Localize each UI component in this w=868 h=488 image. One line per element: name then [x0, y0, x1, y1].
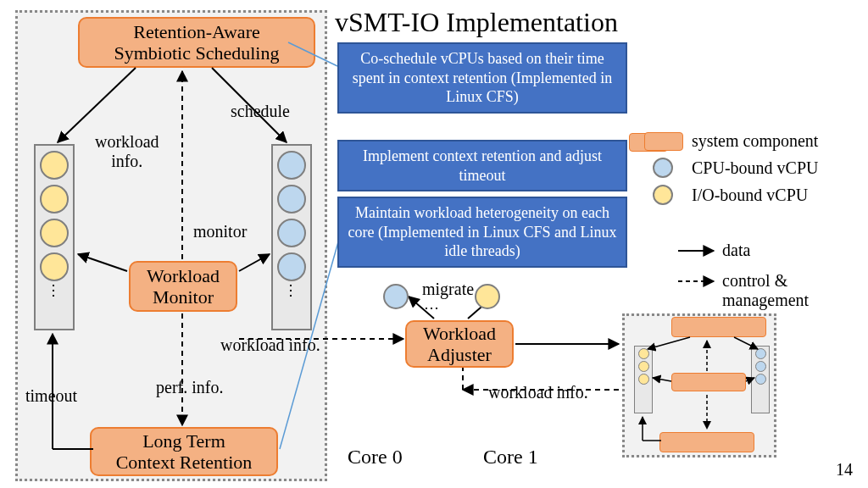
adjuster-component: Workload Adjuster [405, 320, 514, 368]
legend-cpu-swatch [653, 158, 673, 178]
core0-label: Core 0 [348, 446, 403, 469]
legend-component-swatch [644, 132, 683, 151]
label-workload-info-right: workload info. [488, 383, 588, 402]
legend-io-swatch [653, 185, 673, 205]
legend-data-label: data [722, 241, 750, 260]
core1-arrows [622, 313, 776, 458]
callout-heterogeneity: Maintain workload heterogeneity on each … [337, 197, 627, 268]
svg-line-0 [58, 68, 136, 142]
core1-label: Core 1 [483, 446, 538, 469]
legend-component-label: system component [692, 131, 818, 151]
vcpu-blue [383, 284, 409, 309]
legend-control-label: control & management [722, 271, 868, 310]
svg-line-1 [212, 68, 287, 142]
svg-line-4 [239, 254, 270, 271]
vcpu-yellow [475, 284, 500, 309]
legend: system component CPU-bound vCPU I/O-boun… [644, 131, 865, 212]
svg-line-3 [78, 254, 127, 271]
svg-line-22 [746, 378, 754, 381]
label-migrate: migrate [422, 280, 474, 299]
svg-line-9 [288, 42, 337, 66]
callout-retention: Implement context retention and adjust t… [337, 140, 627, 191]
label-workload-info-mid: workload info. [220, 336, 320, 355]
svg-line-19 [734, 337, 758, 349]
svg-line-18 [648, 337, 690, 349]
svg-line-21 [653, 378, 671, 381]
ellipsis: ⋯ [424, 303, 439, 312]
legend-cpu-label: CPU-bound vCPU [692, 158, 818, 178]
callout-coschedule: Co-schedule vCPUs based on their time sp… [337, 42, 627, 114]
legend-io-label: I/O-bound vCPU [692, 186, 808, 205]
